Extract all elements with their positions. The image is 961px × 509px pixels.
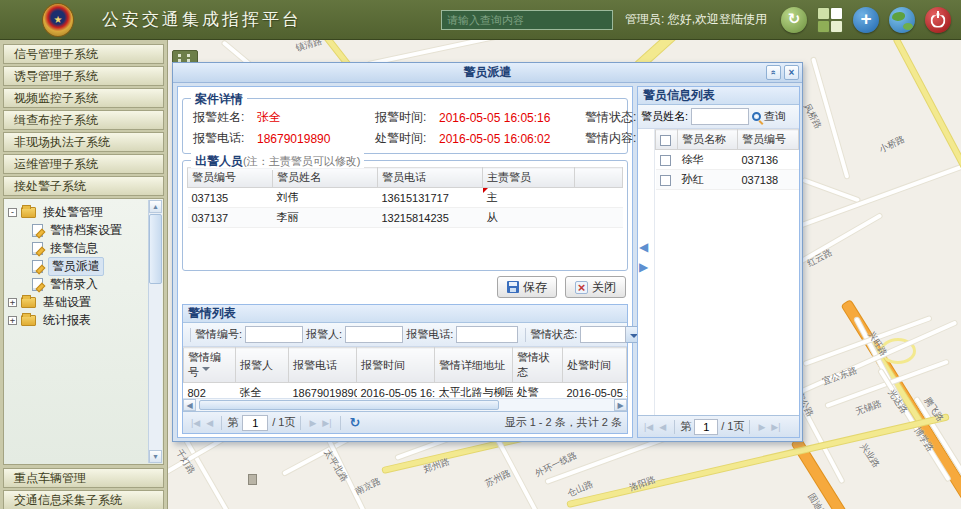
filter-label: 警情编号: xyxy=(195,327,242,342)
tree-node-alarm-entry[interactable]: 警情录入 xyxy=(8,275,147,293)
page-number-input[interactable] xyxy=(242,415,268,431)
dialog-collapse-button[interactable]: » xyxy=(766,65,781,80)
modules-icon[interactable] xyxy=(817,7,843,33)
power-icon[interactable] xyxy=(925,7,951,33)
phone-input[interactable] xyxy=(456,326,518,343)
column-header[interactable]: 警员编号 xyxy=(738,130,799,150)
scroll-up-icon[interactable]: ▲ xyxy=(149,200,162,213)
refresh-icon[interactable] xyxy=(781,7,807,33)
column-header[interactable]: 主责警员 xyxy=(483,168,575,188)
table-row[interactable]: 037135 刘伟 13615131717 主 xyxy=(188,188,623,208)
sidebar-item-guidance[interactable]: 诱导管理子系统 xyxy=(3,66,164,86)
column-header[interactable]: 警情状态 xyxy=(513,348,563,383)
collapse-expander-icon[interactable]: - xyxy=(8,208,17,217)
horizontal-scrollbar[interactable]: ◀ ▶ xyxy=(183,398,627,411)
tree-node-dispatch-mgmt[interactable]: - 接处警管理 xyxy=(8,203,147,221)
scroll-down-icon[interactable]: ▼ xyxy=(149,450,162,463)
select-all-header[interactable] xyxy=(656,130,678,150)
tree-node-basic-settings[interactable]: + 基础设置 xyxy=(8,293,147,311)
sidebar-item-dispatch-system[interactable]: 接处警子系统 xyxy=(3,176,164,196)
sidebar-item-video[interactable]: 视频监控子系统 xyxy=(3,88,164,108)
table-row[interactable]: 037137 李丽 13215814235 从 xyxy=(188,208,623,228)
sidebar-item-traffic-info[interactable]: 交通信息采集子系统 xyxy=(3,490,164,509)
next-page-icon[interactable]: ▶ xyxy=(758,422,765,432)
app-title: 公安交通集成指挥平台 xyxy=(102,8,302,31)
filter-label: 报警人: xyxy=(306,327,342,342)
sidebar-item-ops[interactable]: 运维管理子系统 xyxy=(3,154,164,174)
sidebar-item-offsite[interactable]: 非现场执法子系统 xyxy=(3,132,164,152)
column-header[interactable]: 报警时间 xyxy=(357,348,435,383)
scroll-right-icon[interactable]: ▶ xyxy=(614,399,627,411)
column-header[interactable]: 警员名称 xyxy=(678,130,738,150)
officer-panel-title: 警员信息列表 xyxy=(638,87,799,105)
tree-scrollbar[interactable]: ▲ ▼ xyxy=(148,200,162,463)
row-checkbox-cell[interactable] xyxy=(656,170,678,190)
column-header[interactable]: 警员编号 xyxy=(188,168,273,188)
globe-icon[interactable] xyxy=(889,7,915,33)
first-page-icon[interactable]: |◀ xyxy=(191,418,200,428)
primary-officer-cell[interactable]: 从 xyxy=(483,208,575,228)
column-header-sorted[interactable]: 警情编号 xyxy=(184,348,236,383)
document-icon xyxy=(32,278,43,291)
tree-node-statistics[interactable]: + 统计报表 xyxy=(8,311,147,329)
tree-node-officer-dispatch[interactable]: 警员派遣 xyxy=(8,257,147,275)
checkbox-icon[interactable] xyxy=(660,135,671,146)
expand-expander-icon[interactable]: + xyxy=(8,298,17,307)
transfer-right-icon[interactable]: ▶ xyxy=(639,261,648,273)
map-road-label: 红云路 xyxy=(805,246,835,270)
expand-expander-icon[interactable]: + xyxy=(8,316,17,325)
global-search-input[interactable] xyxy=(441,10,613,30)
column-header[interactable]: 报警人 xyxy=(236,348,289,383)
column-header[interactable]: 处警时间 xyxy=(563,348,627,383)
alarm-status-combobox[interactable] xyxy=(580,326,642,343)
column-header[interactable]: 警情详细地址 xyxy=(435,348,513,383)
reporter-input[interactable] xyxy=(345,326,403,343)
prev-page-icon[interactable]: ◀ xyxy=(659,422,666,432)
officer-dispatch-dialog: 警员派遣 » × 案件详情 报警姓名: 张全 报警时间: 2016-05-05 … xyxy=(172,62,803,442)
dialog-close-button[interactable]: × xyxy=(784,65,799,80)
officer-grid-area: ◀ ▶ 警员名称 警员编号 xyxy=(638,129,799,415)
column-header[interactable]: 警员姓名 xyxy=(273,168,378,188)
column-header[interactable]: 警员电话 xyxy=(378,168,483,188)
field-label: 报警电话: xyxy=(193,130,257,147)
scrollbar-thumb[interactable] xyxy=(149,214,162,284)
row-checkbox-cell[interactable] xyxy=(656,150,678,170)
field-value: 2016-05-05 16:05:16 xyxy=(439,111,585,125)
tree-node-alarm-info[interactable]: 接警信息 xyxy=(8,239,147,257)
sidebar-item-key-vehicles[interactable]: 重点车辆管理 xyxy=(3,468,164,488)
map-road-label: 宜公东路 xyxy=(821,364,859,389)
sidebar-item-checkcontrol[interactable]: 缉查布控子系统 xyxy=(3,110,164,130)
welcome-text: 管理员: 您好,欢迎登陆使用 xyxy=(625,11,767,28)
officer-name-input[interactable] xyxy=(691,108,749,125)
alarm-id-input[interactable] xyxy=(245,326,303,343)
scroll-left-icon[interactable]: ◀ xyxy=(183,399,196,411)
page-label: 第 xyxy=(680,419,691,434)
sidebar-item-signal[interactable]: 信号管理子系统 xyxy=(3,44,164,64)
transfer-left-icon[interactable]: ◀ xyxy=(639,241,648,253)
prev-page-icon[interactable]: ◀ xyxy=(206,418,213,428)
officer-search-button[interactable]: 查询 xyxy=(752,109,786,124)
primary-officer-cell[interactable]: 主 xyxy=(483,188,575,208)
field-value: 2016-05-05 16:06:02 xyxy=(439,132,585,146)
close-button[interactable]: ×关闭 xyxy=(565,276,626,298)
table-row[interactable]: 802 张全 18679019890 2016-05-05 16:... 太平北… xyxy=(184,383,627,399)
last-page-icon[interactable]: ▶| xyxy=(771,422,780,432)
filter-label: 报警电话: xyxy=(406,327,453,342)
add-icon[interactable] xyxy=(853,7,879,33)
scrollbar-thumb[interactable] xyxy=(199,400,499,410)
first-page-icon[interactable]: |◀ xyxy=(644,422,653,432)
tree-node-alarm-archive[interactable]: 警情档案设置 xyxy=(8,221,147,239)
table-row[interactable]: 徐华 037136 xyxy=(656,150,799,170)
checkbox-icon[interactable] xyxy=(660,155,671,166)
refresh-icon[interactable]: ↻ xyxy=(350,415,361,430)
next-page-icon[interactable]: ▶ xyxy=(309,418,316,428)
checkbox-icon[interactable] xyxy=(660,175,671,186)
table-row[interactable]: 孙红 037138 xyxy=(656,170,799,190)
dialog-titlebar[interactable]: 警员派遣 » × xyxy=(173,63,802,83)
officer-info-panel: 警员信息列表 警员姓名: 查询 ◀ ▶ xyxy=(637,86,800,438)
save-button[interactable]: 保存 xyxy=(497,276,557,298)
column-header[interactable]: 报警电话 xyxy=(289,348,357,383)
last-page-icon[interactable]: ▶| xyxy=(322,418,331,428)
map-road-label: 小桥路 xyxy=(877,133,907,157)
page-number-input[interactable] xyxy=(694,419,718,435)
